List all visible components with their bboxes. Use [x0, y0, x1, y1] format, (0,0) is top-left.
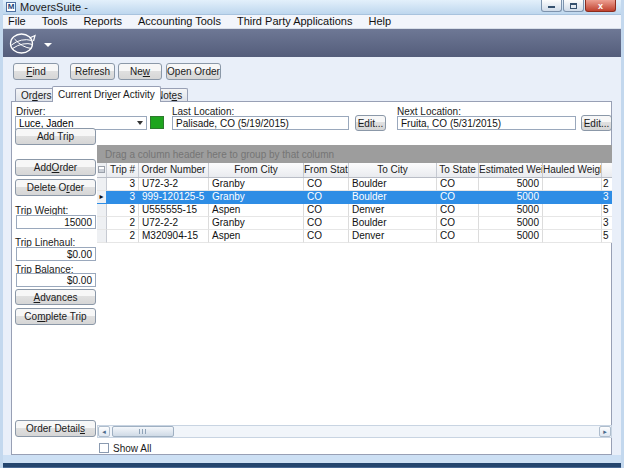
access-key: m — [37, 311, 45, 322]
column-header-estimated-weight[interactable]: Estimated Weight — [479, 163, 543, 177]
label-text: Current Dri — [58, 89, 107, 100]
grid-cell: Boulder — [349, 178, 437, 191]
grid-cell: 3 — [602, 217, 612, 230]
menu-item-third-party-applications[interactable]: Third Party Applications — [229, 15, 361, 28]
grid-cell: Boulder — [349, 217, 437, 230]
grid-cell: Granby — [209, 191, 304, 204]
grid-cell: 999-120125-5 — [139, 191, 209, 204]
column-header-hauled-weight[interactable]: Hauled Weight — [543, 163, 602, 177]
grid-cell — [543, 178, 602, 191]
access-key: O — [52, 162, 60, 173]
open-order-button[interactable]: Open Order — [166, 63, 221, 80]
new-button[interactable]: New — [118, 63, 162, 80]
grid-header: Trip #Order NumberFrom CityFrom StateTo … — [97, 163, 612, 178]
close-button[interactable]: x — [585, 0, 616, 12]
table-row[interactable]: 3U555555-15AspenCODenverCO50005 — [97, 204, 612, 217]
table-row[interactable]: 3U72-3-2GranbyCOBoulderCO50002 — [97, 178, 612, 191]
minimize-button[interactable] — [541, 0, 562, 12]
grid-cell: 2 — [107, 230, 139, 243]
table-row[interactable]: 2M320904-15AspenCODenverCO50005 — [97, 230, 612, 243]
label-text: rder — [59, 162, 77, 173]
label-text: Ne — [130, 66, 143, 77]
column-header-order-number[interactable]: Order Number — [139, 163, 209, 177]
column-header-to-state[interactable]: To State — [437, 163, 479, 177]
column-header-from-city[interactable]: From City — [209, 163, 304, 177]
column-header-to-city[interactable]: To City — [349, 163, 437, 177]
table-row[interactable]: 2U72-2-2GranbyCOBoulderCO50003 — [97, 217, 612, 230]
menu-item-reports[interactable]: Reports — [75, 15, 130, 28]
last-location-edit-button[interactable]: Edit... — [355, 115, 386, 131]
column-header-trip-[interactable]: Trip # — [107, 163, 139, 177]
refresh-button[interactable]: Refresh — [70, 63, 115, 80]
advances-button[interactable]: Advances — [15, 289, 96, 305]
grid-cell: CO — [304, 217, 349, 230]
grid-cell: Denver — [349, 230, 437, 243]
grid-cell: 5000 — [479, 230, 543, 243]
grid-group-by-bar[interactable]: Drag a column header here to group by th… — [97, 145, 612, 163]
complete-trip-button[interactable]: Complete Trip — [15, 308, 96, 325]
row-indicator-cell: ▸ — [97, 191, 107, 204]
grid-corner-icon — [98, 166, 105, 173]
menu-item-tools[interactable]: Tools — [34, 15, 76, 28]
row-indicator-cell — [97, 217, 107, 230]
trip-balance-field[interactable]: $0.00 — [16, 273, 96, 287]
grid-cell: U72-2-2 — [139, 217, 209, 230]
add-trip-button[interactable]: Add Trip — [15, 128, 96, 145]
grid-cell: 3 — [107, 204, 139, 217]
grid-cell: 5000 — [479, 217, 543, 230]
scroll-right-arrow-icon[interactable]: ▸ — [599, 426, 611, 437]
next-location-edit-button[interactable]: Edit... — [581, 115, 612, 131]
menu-bar: FileToolsReportsAccounting ToolsThird Pa… — [0, 15, 624, 29]
delete-order-button[interactable]: Delete Order — [15, 179, 96, 196]
grid-cell: CO — [437, 178, 479, 191]
maximize-icon — [570, 3, 577, 9]
add-order-button[interactable]: Add Order — [15, 159, 96, 176]
grid-cell — [543, 204, 602, 217]
grid-cell: CO — [304, 191, 349, 204]
show-all-checkbox[interactable] — [99, 443, 109, 453]
row-indicator-cell — [97, 178, 107, 191]
table-row[interactable]: ▸3999-120125-5GranbyCOBoulderCO50003 — [97, 191, 612, 204]
brand-menu-dropdown-icon[interactable] — [44, 43, 52, 47]
grid-cell: CO — [437, 230, 479, 243]
label-text: Or — [21, 90, 32, 101]
title-bar[interactable]: M MoversSuite - x — [0, 0, 624, 15]
row-indicator-cell — [97, 204, 107, 217]
moverssuite-globe-icon — [8, 32, 38, 55]
grid-cell: CO — [304, 178, 349, 191]
grid-cell: 5 — [602, 230, 612, 243]
scrollbar-thumb[interactable] — [112, 426, 174, 437]
order-details-button[interactable]: Order Details — [15, 420, 96, 437]
grid-cell: U555555-15 — [139, 204, 209, 217]
maximize-button[interactable] — [563, 0, 584, 12]
grid-cell: 5 — [602, 204, 612, 217]
menu-item-file[interactable]: File — [0, 15, 34, 28]
menu-item-accounting-tools[interactable]: Accounting Tools — [130, 15, 229, 28]
column-header-clipped[interactable] — [602, 163, 612, 177]
show-all-label: Show All — [113, 443, 151, 454]
grid-horizontal-scrollbar[interactable]: ◂ ▸ — [97, 425, 612, 438]
grid-cell: Aspen — [209, 204, 304, 217]
grid-body: 3U72-3-2GranbyCOBoulderCO50002▸3999-1201… — [97, 178, 612, 243]
find-button[interactable]: Find — [13, 63, 59, 80]
brand-toolbar — [0, 29, 624, 57]
grid-cell — [543, 191, 602, 204]
row-indicator-cell — [97, 230, 107, 243]
trip-linehaul-field[interactable]: $0.00 — [16, 247, 96, 261]
column-header-from-state[interactable]: From State — [304, 163, 349, 177]
scroll-left-arrow-icon[interactable]: ◂ — [98, 426, 110, 437]
last-location-field[interactable]: Palisade, CO (5/19/2015) — [172, 116, 349, 130]
label-text: Add Trip — [37, 131, 74, 142]
tab-current-driver-activity[interactable]: Current Driver Activity — [52, 86, 161, 102]
next-location-field[interactable]: Fruita, CO (5/31/2015) — [397, 116, 576, 130]
grid-cell: M320904-15 — [139, 230, 209, 243]
grid-cell: 5000 — [479, 191, 543, 204]
grid-cell: CO — [304, 230, 349, 243]
menu-item-help[interactable]: Help — [360, 15, 399, 28]
label-text: er Activity — [112, 89, 155, 100]
label-text: ind — [32, 66, 45, 77]
label-text: Add — [34, 162, 52, 173]
app-icon: M — [6, 2, 16, 12]
trip-weight-field[interactable]: 15000 — [16, 215, 96, 229]
window-controls: x — [540, 0, 616, 12]
